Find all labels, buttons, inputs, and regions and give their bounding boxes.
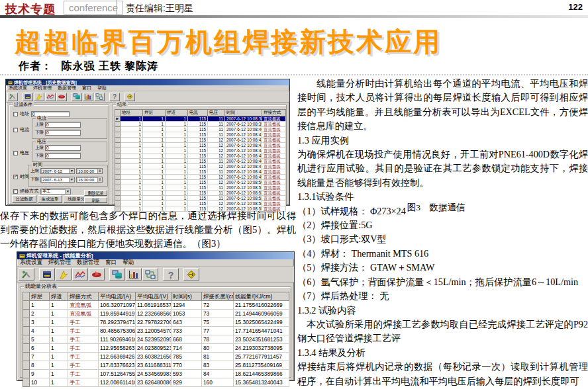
menu-item[interactable]: 帮助: [97, 85, 107, 91]
row-selector[interactable]: [115, 153, 121, 159]
table-row[interactable]: 71手工112.663694267523.603821656057858125.…: [23, 353, 289, 361]
red-arrow-icon[interactable]: [89, 268, 105, 281]
row-selector[interactable]: [115, 185, 121, 191]
row-selector[interactable]: [115, 196, 121, 201]
table-row[interactable]: 111115112007-6-12 10:08:51直流氩弧: [115, 185, 286, 191]
line-chart-icon[interactable]: [72, 268, 88, 281]
row-selector[interactable]: [23, 361, 30, 370]
db-computer-icon[interactable]: [109, 268, 125, 281]
table-row[interactable]: 21直流氩弧119.859449192712.23266856600105373…: [23, 310, 289, 318]
row-selector[interactable]: [115, 122, 121, 127]
diamond-arrow-icon[interactable]: [124, 93, 135, 101]
tools-icon[interactable]: [7, 93, 18, 101]
row-selector[interactable]: [115, 169, 121, 175]
network-icon[interactable]: [142, 268, 158, 281]
column-header[interactable]: 焊层: [143, 110, 166, 116]
menu-item[interactable]: 焊机管理: [33, 85, 52, 91]
column-header[interactable]: 时间: [225, 110, 262, 116]
menu-item[interactable]: 系统设置: [20, 259, 42, 267]
column-header[interactable]: 焊接方式: [262, 110, 286, 116]
column-header[interactable]: 电压: [208, 110, 225, 116]
diamond-arrow-icon[interactable]: [183, 268, 199, 281]
table-row[interactable]: 111115112007-6-12 10:08:53直流氩弧: [115, 196, 286, 201]
method-select[interactable]: 手工▼: [40, 189, 71, 194]
hand-lightning-icon[interactable]: [56, 268, 72, 281]
table-row[interactable]: 111115122007-6-12 10:08:44直流氩弧: [115, 148, 286, 153]
table-row[interactable]: 111115112007-6-12 10:08:48直流氩弧: [115, 169, 286, 175]
voltage-upper-input[interactable]: [45, 145, 81, 151]
row-selector[interactable]: [23, 301, 30, 310]
table-row[interactable]: 111115112007-6-12 10:08:46直流氩弧: [115, 159, 286, 164]
row-selector[interactable]: [115, 164, 121, 169]
column-header[interactable]: 焊道: [166, 110, 188, 116]
row-selector[interactable]: [23, 344, 30, 353]
hand-lightning-icon[interactable]: [34, 93, 44, 101]
line-chart-icon[interactable]: [45, 93, 56, 101]
row-selector[interactable]: [115, 138, 121, 143]
help-icon[interactable]: ?: [163, 268, 179, 281]
time-from-spinner[interactable]: 10:00:00⇕: [76, 168, 103, 174]
menu-item[interactable]: 数据管理: [77, 259, 99, 267]
table-row[interactable]: 111115112007-6-12 10:08:52直流氩弧: [115, 191, 286, 196]
table-row[interactable]: 111115122007-6-12 10:08:49直流氩弧: [115, 175, 286, 180]
network-icon[interactable]: [94, 93, 105, 101]
tools-icon[interactable]: [19, 268, 34, 281]
refresh-button[interactable]: 刷新: [84, 197, 107, 203]
table-row[interactable]: ▶111115112007-6-12 10:08:38直流氩弧: [115, 116, 286, 122]
table-row[interactable]: 111115122007-6-12 10:08:50直流氩弧: [115, 180, 286, 185]
table-row[interactable]: 41手工80.4856753069523.120054570257337717.…: [23, 327, 289, 335]
row-selector[interactable]: [115, 191, 121, 196]
current-checkbox[interactable]: [13, 128, 18, 132]
table-row[interactable]: 111115122007-6-12 10:08:47直流氩弧: [115, 164, 286, 169]
column-header[interactable]: 平均电流/(A): [99, 292, 136, 301]
current-lower-input[interactable]: [45, 130, 81, 136]
table-row[interactable]: 51手工111.902694610724.523952095806687823.…: [23, 335, 289, 344]
column-header[interactable]: 电流: [188, 110, 208, 116]
row-selector[interactable]: [23, 378, 30, 387]
help-icon[interactable]: ?: [109, 93, 120, 101]
voltage-checkbox[interactable]: [13, 151, 18, 155]
row-selector[interactable]: [115, 175, 121, 180]
row-selector[interactable]: [115, 159, 121, 164]
row-selector[interactable]: [23, 310, 30, 318]
table-row[interactable]: 111115122007-6-12 10:08:45直流氩弧: [115, 153, 286, 159]
column-header[interactable]: 焊接方式: [68, 292, 99, 301]
welder-icon[interactable]: [23, 93, 33, 101]
row-selector[interactable]: [115, 148, 121, 153]
column-header[interactable]: 时间/(s): [172, 292, 202, 301]
table-row[interactable]: 111115112007-6-12 10:08:40直流氩弧: [115, 127, 286, 132]
menu-item[interactable]: 窗口: [105, 259, 117, 267]
column-header[interactable]: 焊接长度/(cm): [202, 292, 234, 301]
menu-item[interactable]: 系统设置: [9, 85, 27, 91]
row-selector[interactable]: [115, 201, 121, 206]
address-checkbox[interactable]: [13, 112, 18, 116]
db-computer-icon[interactable]: [72, 93, 82, 101]
red-arrow-icon[interactable]: [56, 93, 67, 101]
table-row[interactable]: 111115122007-6-12 10:08:42直流氩弧: [115, 138, 286, 143]
time-to-spinner[interactable]: 16:30:00⇕: [76, 177, 103, 183]
welder-icon[interactable]: [39, 268, 55, 281]
time-checkbox[interactable]: [13, 175, 18, 179]
row-selector[interactable]: ▶: [115, 116, 121, 122]
menu-item[interactable]: 焊机管理: [48, 259, 71, 267]
row-selector[interactable]: [23, 327, 30, 335]
table-row[interactable]: 101手工112.008611410123.626480086119291601…: [23, 378, 289, 387]
bar-chart-icon[interactable]: [83, 93, 93, 101]
filter-data-button[interactable]: 过滤数据: [12, 195, 36, 203]
row-selector[interactable]: [23, 318, 30, 327]
column-header[interactable]: 地址: [121, 110, 143, 116]
table-row[interactable]: 61手工112.956582633024.023809523807148024.…: [23, 344, 289, 353]
row-selector[interactable]: [23, 335, 30, 344]
menu-item[interactable]: 窗口: [82, 85, 91, 91]
date-to-select[interactable]: 2007- 6-13▼: [40, 177, 75, 183]
table-row[interactable]: 111115112007-6-12 10:08:39直流氩弧: [115, 122, 286, 127]
row-selector[interactable]: [23, 353, 30, 361]
table-row[interactable]: 91手工107.512647554824.534569983135938418.…: [23, 370, 289, 378]
column-header[interactable]: 焊层: [30, 292, 50, 301]
method-checkbox[interactable]: [13, 189, 18, 194]
menu-item[interactable]: 数据管理: [58, 85, 76, 91]
column-header[interactable]: 线能量/(KJ/cm): [234, 292, 289, 301]
column-header[interactable]: 焊道: [50, 292, 68, 301]
table-row[interactable]: 31手工78.2923794712222.797822706066437515.…: [23, 318, 289, 327]
table-row[interactable]: 111115112007-6-12 10:08:41直流氩弧: [115, 132, 286, 138]
